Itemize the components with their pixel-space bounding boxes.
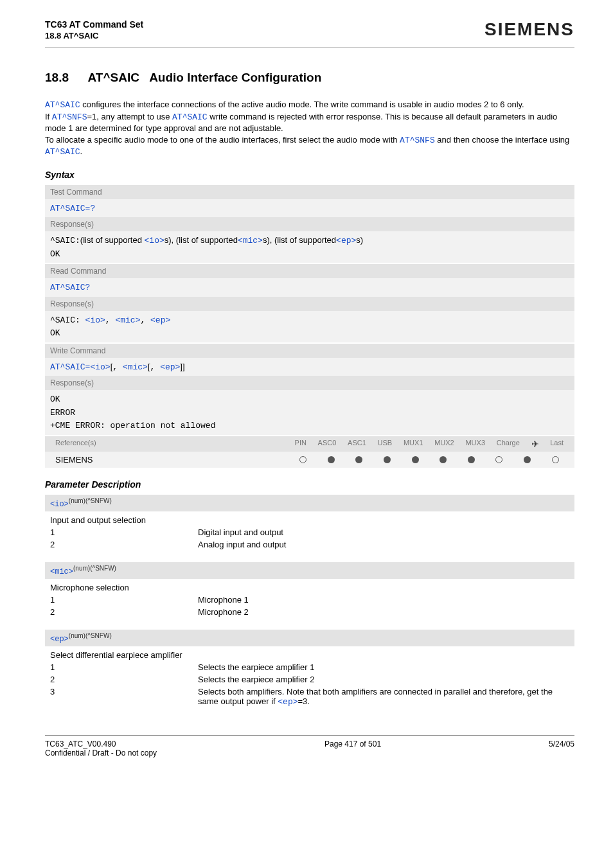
doc-section: 18.8 AT^SAIC <box>45 31 143 40</box>
param-val: Analog input and output <box>198 540 569 549</box>
param-ep[interactable]: <ep> <box>336 236 356 245</box>
param-io-block: <io>(num)(^SNFW) Input and output select… <box>45 495 574 558</box>
write-prefix: AT^SAIC= <box>50 362 90 372</box>
reference-dots <box>289 456 569 463</box>
cme-error-text: +CME ERROR: operation not allowed <box>50 421 215 430</box>
dot-hollow-icon <box>552 456 559 463</box>
param-tag[interactable]: <mic> <box>50 567 73 576</box>
section-title-text: Audio Interface Configuration <box>149 71 321 84</box>
param-row: 2 Selects the earpiece amplifier 2 <box>50 675 569 684</box>
intro-paragraph: AT^SAIC configures the interface connect… <box>45 99 574 158</box>
bracket: ] <box>182 362 185 371</box>
param-val-text: =3. <box>298 696 310 706</box>
intro-text: configures the interface connections of … <box>80 100 524 109</box>
airplane-icon: ✈ <box>531 439 539 449</box>
reference-value: SIEMENS <box>50 455 289 465</box>
col-mux2: MUX2 <box>434 439 454 449</box>
resp-prefix: ^SAIC: <box>50 236 80 245</box>
param-val: Microphone 1 <box>198 595 569 605</box>
write-response: OK ERROR +CME ERROR: operation not allow… <box>45 390 574 435</box>
param-mic[interactable]: <mic> <box>115 315 140 325</box>
param-key: 2 <box>50 607 198 617</box>
param-mic[interactable]: <mic> <box>123 362 148 372</box>
dot-filled-icon <box>440 456 447 463</box>
footer-confidential: Confidential / Draft - Do not copy <box>45 748 157 757</box>
dot-filled-icon <box>524 456 531 463</box>
param-val: Microphone 2 <box>198 607 569 617</box>
write-command-label: Write Command <box>45 342 574 358</box>
param-key: 1 <box>50 595 198 605</box>
cmd-link[interactable]: AT^SAIC <box>172 112 208 122</box>
intro-text: To allocate a specific audio mode to one… <box>45 135 400 145</box>
param-row: 2 Analog input and output <box>50 540 569 549</box>
test-command-label: Test Command <box>45 185 574 199</box>
doc-title: TC63 AT Command Set <box>45 19 143 30</box>
cmd-link[interactable]: AT^SNFS <box>52 112 87 122</box>
col-last: Last <box>550 439 564 449</box>
col-mux1: MUX1 <box>404 439 423 449</box>
col-pin: PIN <box>295 439 306 449</box>
param-ep[interactable]: <ep> <box>150 315 170 325</box>
param-row: 2 Microphone 2 <box>50 607 569 617</box>
param-ep-link[interactable]: <ep> <box>278 697 298 707</box>
intro-text: If <box>45 112 52 121</box>
reference-block: Reference(s) PIN ASC0 ASC1 USB MUX1 MUX2… <box>45 435 574 468</box>
cmd-link[interactable]: AT^SNFS <box>400 136 435 145</box>
param-ep[interactable]: <ep> <box>160 362 180 372</box>
intro-text: and then choose the interface using <box>435 135 570 145</box>
footer-version: TC63_ATC_V00.490 <box>45 740 157 748</box>
reference-label: Reference(s) <box>50 439 289 449</box>
ok-text: OK <box>50 394 60 404</box>
intro-text: . <box>80 146 83 156</box>
param-io-header: <io>(num)(^SNFW) <box>45 495 574 511</box>
error-text: ERROR <box>50 408 75 418</box>
param-val: Selects both amplifiers. Note that both … <box>198 687 569 707</box>
comma: , <box>150 362 161 372</box>
col-charge: Charge <box>497 439 520 449</box>
param-io[interactable]: <io> <box>145 236 164 245</box>
param-tag[interactable]: <io> <box>50 500 69 509</box>
footer-left: TC63_ATC_V00.490 Confidential / Draft - … <box>45 740 157 757</box>
test-command-text: AT^SAIC=? <box>50 204 95 213</box>
section-heading: 18.8 AT^SAIC Audio Interface Configurati… <box>45 71 574 85</box>
param-ep-block: <ep>(num)(^SNFW) Select differential ear… <box>45 630 574 716</box>
param-tag[interactable]: <ep> <box>50 635 69 644</box>
param-row: 1 Microphone 1 <box>50 595 569 605</box>
param-key: 1 <box>50 662 198 672</box>
response-label: Response(s) <box>45 297 574 311</box>
test-response: ^SAIC:(list of supported <io>s), (list o… <box>45 231 574 263</box>
resp-text: s), (list of supported <box>164 235 238 245</box>
comma: , <box>105 315 116 325</box>
read-response: ^SAIC: <io>, <mic>, <ep> OK <box>45 311 574 342</box>
param-io[interactable]: <io> <box>85 315 105 325</box>
response-label: Response(s) <box>45 376 574 390</box>
param-desc: Select differential earpiece amplifier <box>50 650 569 660</box>
footer-date: 5/24/05 <box>549 740 574 757</box>
resp-text: s), (list of supported <box>263 235 336 245</box>
param-key: 2 <box>50 540 198 549</box>
dot-filled-icon <box>412 456 419 463</box>
read-command-text: AT^SAIC? <box>50 283 90 292</box>
comma: , <box>112 362 123 372</box>
cmd-link[interactable]: AT^SAIC <box>45 100 80 110</box>
page-header: TC63 AT Command Set 18.8 AT^SAIC SIEMENS <box>45 19 574 48</box>
parameter-heading: Parameter Description <box>45 479 574 490</box>
param-sup: (num)(^SNFW) <box>69 497 112 504</box>
section-number: 18.8 <box>45 71 69 85</box>
param-key: 2 <box>50 675 198 684</box>
cmd-link[interactable]: AT^SAIC <box>45 147 80 157</box>
param-key: 1 <box>50 527 198 537</box>
col-mux3: MUX3 <box>465 439 485 449</box>
resp-text: (list of supported <box>80 235 145 245</box>
dot-filled-icon <box>355 456 362 463</box>
header-left: TC63 AT Command Set 18.8 AT^SAIC <box>45 19 143 40</box>
param-sup: (num)(^SNFW) <box>69 632 112 639</box>
param-row: 1 Digital input and output <box>50 527 569 537</box>
param-io[interactable]: <io> <box>90 362 110 372</box>
param-mic[interactable]: <mic> <box>238 236 263 245</box>
brand-logo: SIEMENS <box>484 19 574 40</box>
intro-text: =1, any attempt to use <box>87 112 172 121</box>
comma: , <box>140 315 150 325</box>
col-asc0: ASC0 <box>318 439 337 449</box>
param-val-text: Selects both amplifiers. Note that both … <box>198 687 553 706</box>
